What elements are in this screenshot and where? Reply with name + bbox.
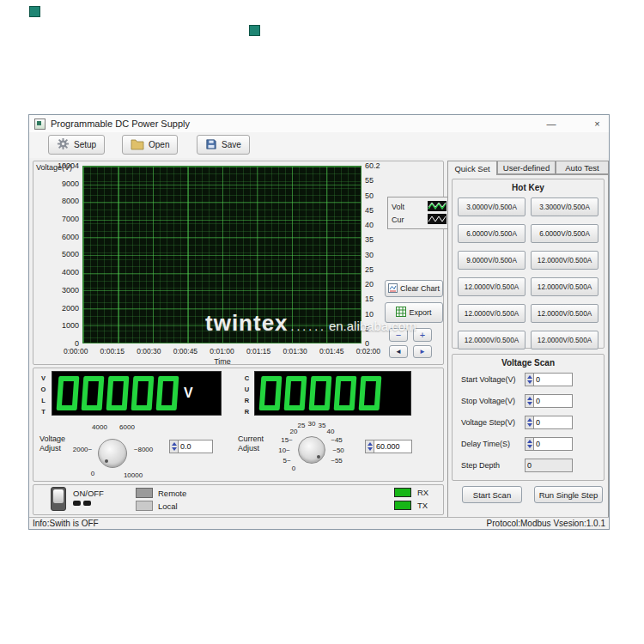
stop-voltage-input[interactable] bbox=[534, 394, 573, 408]
hot-key-button[interactable]: 6.0000V/0.500A bbox=[458, 224, 526, 243]
seven-seg-digit bbox=[284, 376, 307, 410]
hot-key-button[interactable]: 12.0000V/0.500A bbox=[458, 277, 526, 296]
hot-key-grid: 3.0000V/0.500A 3.3000V/0.500A 6.0000V/0.… bbox=[453, 192, 604, 349]
voltage-knob-area: 0 2000~ 4000 6000 ~8000 10000 bbox=[70, 413, 164, 486]
voltage-scale-tick: 2000~ bbox=[73, 446, 92, 453]
y-tick: 3000 bbox=[62, 286, 79, 295]
y-tick: 6000 bbox=[62, 233, 79, 241]
save-button-label: Save bbox=[222, 140, 241, 149]
hot-key-button[interactable]: 6.0000V/0.500A bbox=[531, 224, 598, 243]
current-set-input[interactable] bbox=[374, 440, 412, 453]
current-set-spinner[interactable] bbox=[365, 440, 374, 453]
on-off-label: ON/OFF bbox=[73, 489, 104, 498]
zoom-out-button[interactable]: − bbox=[389, 328, 408, 342]
voltage-step-input[interactable] bbox=[534, 416, 573, 429]
minimize-button[interactable]: — bbox=[538, 115, 565, 131]
y-tick: 10 bbox=[365, 310, 374, 319]
toolbar: Setup Open Save bbox=[29, 132, 609, 159]
hot-key-button[interactable]: 12.0000V/0.500A bbox=[458, 304, 526, 323]
current-scale-tick: 25 bbox=[298, 422, 306, 429]
setup-button-label: Setup bbox=[74, 140, 96, 149]
seven-seg-digit bbox=[359, 376, 382, 410]
start-voltage-spinner[interactable] bbox=[525, 373, 534, 386]
seven-seg-digit bbox=[259, 376, 283, 410]
seven-seg-digit bbox=[82, 376, 105, 410]
hot-key-button[interactable]: 3.0000V/0.500A bbox=[458, 197, 526, 216]
onoff-state-icon bbox=[73, 501, 81, 506]
open-button[interactable]: Open bbox=[122, 135, 178, 155]
legend-volt-label: Volt bbox=[392, 203, 404, 211]
x-tick: 0:00:00 bbox=[64, 347, 88, 355]
tab-quick-set[interactable]: Quick Set bbox=[447, 161, 497, 175]
current-adjust-knob[interactable] bbox=[298, 436, 325, 464]
tab-user-defined[interactable]: User-defined bbox=[497, 161, 556, 174]
zoom-in-button[interactable]: + bbox=[413, 328, 432, 342]
current-scale-tick: 5~ bbox=[283, 457, 290, 465]
x-tick: 0:00:15 bbox=[100, 347, 125, 355]
legend-item-cur[interactable]: Cur bbox=[392, 213, 447, 226]
x-tick: 0:00:30 bbox=[137, 347, 161, 355]
x-tick: 0:02:00 bbox=[356, 347, 380, 355]
current-scale-tick: 30 bbox=[308, 420, 316, 428]
y-tick: 55 bbox=[365, 176, 374, 185]
x-tick: 0:01:30 bbox=[283, 347, 307, 355]
voltage-step-spinner[interactable] bbox=[525, 416, 534, 429]
current-scale-tick: 0 bbox=[292, 465, 295, 472]
hot-key-button[interactable]: 12.0000V/0.500A bbox=[531, 304, 598, 323]
y-tick: 30 bbox=[365, 251, 374, 259]
x-tick: 0:01:15 bbox=[246, 347, 270, 355]
pan-left-button[interactable]: ◄ bbox=[389, 345, 408, 358]
step-depth-input[interactable] bbox=[525, 459, 573, 472]
setup-button[interactable]: Setup bbox=[48, 135, 105, 155]
stop-voltage-spinner[interactable] bbox=[525, 394, 534, 408]
y-tick: 45 bbox=[365, 206, 374, 215]
rx-label: RX bbox=[417, 488, 428, 497]
spinner-down-icon bbox=[527, 445, 532, 448]
current-scale-tick: 35 bbox=[319, 422, 326, 429]
main-content: Voltage(V) 10004 9000 8000 7000 6000 500… bbox=[29, 158, 609, 517]
close-button[interactable]: × bbox=[586, 115, 609, 131]
run-single-step-button[interactable]: Run Single Step bbox=[534, 486, 603, 503]
legend-item-volt[interactable]: Volt bbox=[392, 200, 447, 213]
spinner-down-icon bbox=[527, 402, 532, 405]
window-title: Programmable DC Power Supply bbox=[51, 118, 190, 129]
status-info: Info:Swith is OFF bbox=[33, 519, 99, 528]
open-button-label: Open bbox=[149, 140, 169, 149]
hot-key-button[interactable]: 3.3000V/0.500A bbox=[531, 197, 598, 216]
delay-time-input[interactable] bbox=[534, 437, 573, 451]
hot-key-button[interactable]: 12.0000V/0.500A bbox=[458, 331, 526, 349]
voltage-set-spinner[interactable] bbox=[169, 440, 179, 453]
save-button[interactable]: Save bbox=[197, 135, 250, 155]
delay-time-spinner[interactable] bbox=[525, 437, 534, 451]
voltage-scale-tick: 6000 bbox=[119, 423, 135, 431]
remote-indicator bbox=[136, 488, 153, 498]
voltage-adjust-knob[interactable] bbox=[98, 439, 127, 468]
teal-square-artifact bbox=[29, 6, 40, 17]
knob-indicator-dot bbox=[105, 459, 108, 463]
y-tick: 5 bbox=[365, 325, 369, 333]
clear-chart-button[interactable]: Clear Chart bbox=[385, 280, 443, 297]
hot-key-button[interactable]: 12.0000V/0.500A bbox=[531, 251, 598, 270]
tab-auto-test[interactable]: Auto Test bbox=[556, 161, 609, 174]
step-depth-label: Step Depth bbox=[461, 461, 500, 470]
hot-key-button[interactable]: 12.0000V/0.500A bbox=[531, 331, 598, 349]
power-rocker-switch[interactable] bbox=[51, 487, 66, 511]
spinner-up-icon bbox=[172, 442, 177, 446]
export-button[interactable]: Export bbox=[385, 302, 443, 323]
voltage-scan-title: Voltage Scan bbox=[453, 355, 604, 368]
spinner-up-icon bbox=[527, 397, 532, 400]
start-voltage-input[interactable] bbox=[534, 373, 573, 386]
hot-key-button[interactable]: 9.0000V/0.500A bbox=[458, 251, 526, 270]
export-label: Export bbox=[409, 308, 431, 317]
y-tick: 60.2 bbox=[365, 161, 380, 170]
pan-right-button[interactable]: ► bbox=[413, 345, 432, 358]
scan-field-row: Delay Time(S) bbox=[453, 434, 604, 456]
y-tick: 1000 bbox=[62, 321, 79, 330]
voltage-set-input[interactable] bbox=[179, 440, 213, 453]
y-tick: 9000 bbox=[62, 179, 79, 188]
spinner-down-icon bbox=[172, 447, 177, 451]
start-scan-button[interactable]: Start Scan bbox=[462, 486, 522, 503]
hot-key-button[interactable]: 12.0000V/0.500A bbox=[531, 277, 598, 296]
spinner-down-icon bbox=[368, 447, 373, 451]
voltage-step-label: Voltage Step(V) bbox=[461, 418, 515, 427]
